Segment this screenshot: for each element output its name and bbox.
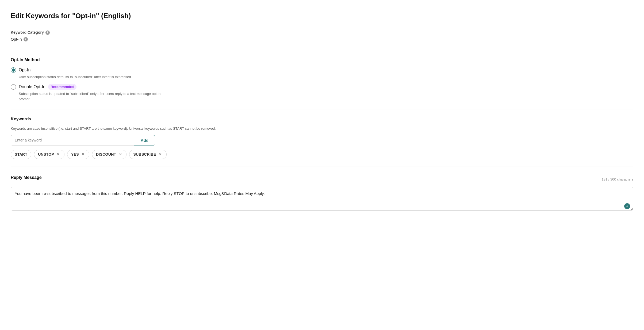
opt-in-description: User subscription status defaults to "su… [19, 74, 168, 80]
reply-message-char-count: 131 / 300 characters [601, 177, 633, 182]
keyword-input-row: Add [11, 135, 155, 145]
keywords-section: Keywords Keywords are case insensitive (… [11, 116, 633, 159]
divider-2 [11, 109, 633, 109]
recommended-badge: Recommended [48, 84, 76, 90]
keyword-tag-start: START [11, 150, 31, 159]
reply-message-header: Reply Message 131 / 300 characters [11, 174, 633, 185]
opt-in-option: Opt-In User subscription status defaults… [11, 67, 633, 80]
textarea-add-icon[interactable]: + [624, 203, 630, 209]
keyword-tag-discount-label: DISCOUNT [96, 152, 116, 157]
reply-message-wrapper: + [11, 187, 633, 213]
keyword-category-label: Keyword Category i [11, 30, 633, 35]
keyword-tag-subscribe: SUBSCRIBE ✕ [129, 150, 166, 159]
keyword-tag-unstop: UNSTOP ✕ [34, 150, 64, 159]
keyword-tag-discount-remove[interactable]: ✕ [118, 152, 122, 156]
keyword-category-info-icon[interactable]: i [45, 30, 50, 35]
add-keyword-button[interactable]: Add [134, 135, 155, 145]
keyword-tag-unstop-remove[interactable]: ✕ [56, 152, 60, 156]
opt-in-method-section: Opt-In Method Opt-In User subscription s… [11, 57, 633, 102]
keyword-tag-yes: YES ✕ [67, 150, 89, 159]
keyword-tag-yes-label: YES [71, 152, 79, 157]
keyword-tag-discount: DISCOUNT ✕ [92, 150, 127, 159]
opt-in-radio[interactable] [11, 67, 16, 73]
keyword-input[interactable] [11, 135, 134, 145]
opt-in-label: Opt-In [19, 67, 30, 73]
keyword-tag-unstop-label: UNSTOP [38, 152, 54, 157]
reply-message-title: Reply Message [11, 174, 42, 181]
keyword-tag-subscribe-remove[interactable]: ✕ [158, 152, 163, 156]
keywords-description: Keywords are case insensitive (i.e. star… [11, 126, 633, 131]
double-opt-in-description: Subscription status is updated to "subsc… [19, 91, 168, 102]
keyword-tag-subscribe-label: SUBSCRIBE [133, 152, 156, 157]
double-opt-in-option: Double Opt-In Recommended Subscription s… [11, 84, 633, 102]
keyword-tag-yes-remove[interactable]: ✕ [81, 152, 85, 156]
keyword-category-value: Opt-In i [11, 36, 633, 43]
keywords-title: Keywords [11, 116, 633, 122]
keyword-tags: START UNSTOP ✕ YES ✕ DISCOUNT ✕ SUBSCRIB… [11, 150, 633, 159]
keyword-category-section: Keyword Category i Opt-In i [11, 30, 633, 43]
double-opt-in-label: Double Opt-In [19, 84, 45, 90]
opt-in-method-radio-group: Opt-In User subscription status defaults… [11, 67, 633, 102]
opt-in-method-title: Opt-In Method [11, 57, 633, 63]
divider-1 [11, 50, 633, 50]
double-opt-in-radio[interactable] [11, 84, 16, 90]
keyword-tag-start-label: START [15, 152, 27, 157]
reply-message-textarea[interactable] [11, 187, 633, 211]
reply-message-section: Reply Message 131 / 300 characters + [11, 174, 633, 213]
opt-in-info-icon[interactable]: i [24, 37, 28, 41]
page-title: Edit Keywords for "Opt-in" (English) [11, 11, 633, 21]
divider-3 [11, 167, 633, 167]
